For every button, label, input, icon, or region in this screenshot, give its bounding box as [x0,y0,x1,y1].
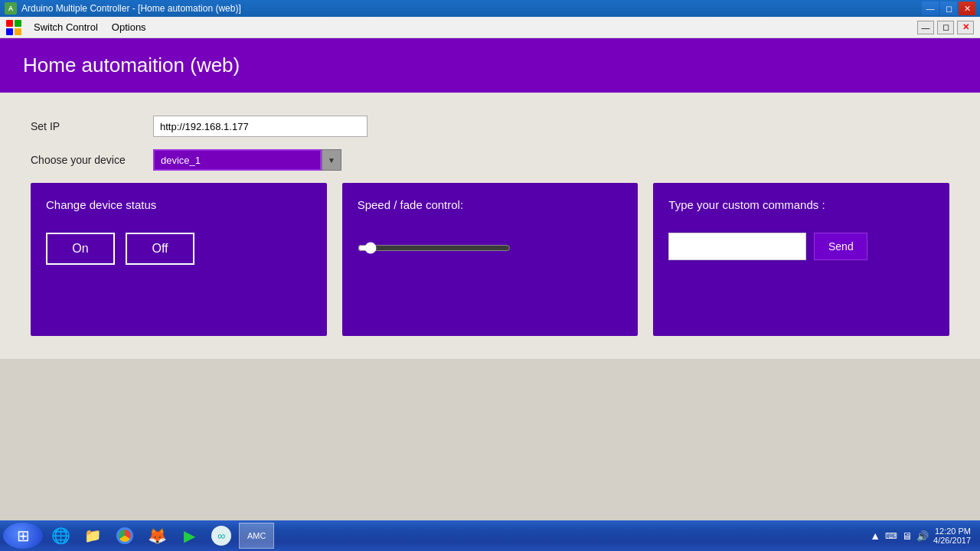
app-logo [6,20,21,35]
ip-label: Set IP [31,120,138,132]
menu-close-button[interactable]: ✕ [957,21,974,34]
command-card-title: Type your custom commands : [668,198,934,211]
media-icon: ▶ [184,527,195,545]
menu-minimize-button[interactable]: — [917,21,934,34]
on-button[interactable]: On [46,233,115,265]
maximize-button[interactable]: ◻ [940,2,957,15]
start-button[interactable]: ⊞ [3,523,43,549]
taskbar-chrome-button[interactable] [110,523,139,549]
taskbar-folder-button[interactable]: 📁 [78,523,107,549]
menu-options[interactable]: Options [106,18,152,36]
window-title: Arduino Multiple Controller - [Home auto… [21,3,241,14]
folder-icon: 📁 [84,527,101,544]
cards-row: Change device status On Off Speed / fade… [31,183,949,336]
taskbar-clock: 12:20 PM 4/26/2017 [933,527,971,545]
svg-rect-2 [6,28,13,35]
taskbar-network-icon: 🖥 [902,530,912,542]
status-card-title: Change device status [46,198,312,211]
svg-rect-0 [6,20,13,27]
taskbar: ⊞ 🌐 📁 🦊 ▶ ∞ AMC ▲ ⌨ 🖥 🔊 12:20 PM 4/26/20… [0,520,980,551]
device-label: Choose your device [31,154,138,166]
speed-card: Speed / fade control: [342,183,639,336]
command-card: Type your custom commands : Send [653,183,949,336]
svg-rect-1 [15,20,21,27]
taskbar-volume-icon[interactable]: 🔊 [916,530,929,542]
set-ip-row: Set IP [31,116,949,137]
ie-icon: 🌐 [51,527,70,545]
command-input[interactable] [668,233,806,260]
command-row: Send [668,233,934,260]
taskbar-time: 12:20 PM [933,527,971,536]
off-button[interactable]: Off [126,233,194,265]
speed-slider[interactable] [358,240,511,256]
page-title: Home automaition (web) [23,54,957,77]
taskbar-amc-button[interactable]: AMC [239,523,274,549]
main-content: Set IP Choose your device ▼ Change devic… [0,93,980,359]
minimize-button[interactable]: — [922,2,939,15]
taskbar-ie-button[interactable]: 🌐 [46,523,75,549]
menu-switch-control[interactable]: Switch Control [28,18,104,36]
taskbar-date: 4/26/2017 [933,536,971,545]
menu-restore-button[interactable]: ◻ [937,21,954,34]
device-buttons: On Off [46,233,312,265]
taskbar-arrow-icon[interactable]: ▲ [870,530,880,542]
close-button[interactable]: ✕ [959,2,975,15]
window-controls: — ◻ ✕ [922,2,975,15]
ip-input[interactable] [153,116,368,137]
svg-rect-3 [15,28,21,35]
taskbar-keyboard-icon: ⌨ [885,531,897,541]
taskbar-firefox-button[interactable]: 🦊 [142,523,172,549]
device-select-input[interactable] [153,149,322,171]
menu-bar: Switch Control Options — ◻ ✕ [0,17,980,38]
firefox-icon: 🦊 [148,527,167,545]
device-dropdown-button[interactable]: ▼ [322,149,341,171]
arduino-icon: ∞ [211,526,231,546]
send-button[interactable]: Send [814,233,867,260]
app-icon: A [5,2,17,15]
taskbar-media-button[interactable]: ▶ [175,523,204,549]
taskbar-right: ▲ ⌨ 🖥 🔊 12:20 PM 4/26/2017 [870,527,977,545]
slider-container [358,233,623,266]
taskbar-arduino-button[interactable]: ∞ [207,523,236,549]
chrome-icon [116,527,133,544]
app-header: Home automaition (web) [0,38,980,93]
title-bar: A Arduino Multiple Controller - [Home au… [0,0,980,17]
device-row: Choose your device ▼ [31,149,949,171]
device-select-wrapper: ▼ [153,149,341,171]
speed-card-title: Speed / fade control: [358,198,623,211]
status-card: Change device status On Off [31,183,327,336]
